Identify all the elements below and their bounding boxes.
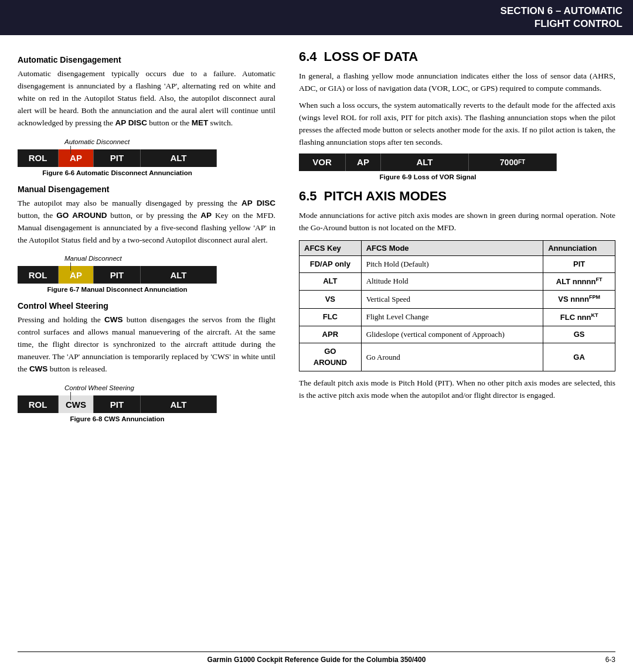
section-header: SECTION 6 – AUTOMATIC FLIGHT CONTROL <box>0 0 633 35</box>
figure7-container: Manual Disconnect ROL AP PIT ALT Figure … <box>18 253 275 293</box>
loss-of-data-para2: When such a loss occurs, the system auto… <box>299 100 615 149</box>
figure6-label: Automatic Disconnect <box>64 138 130 145</box>
section-6-5-number: 6.5 <box>299 189 317 204</box>
fig6-alt-cell: ALT <box>141 149 217 167</box>
auto-disengagement-heading: Automatic Disengagement <box>18 55 275 64</box>
cell-annunciation: PIT <box>543 255 615 272</box>
table-row: ALTAltitude HoldALT nnnnnFT <box>300 272 615 291</box>
figure6-label-wrapper: Automatic Disconnect <box>18 137 275 149</box>
figure7-label-line <box>70 262 71 271</box>
section-6-4-heading: LOSS OF DATA <box>324 49 418 64</box>
cell-afcs-key: APR <box>300 326 362 343</box>
figure6-label-line <box>70 146 71 154</box>
footer-text: Garmin G1000 Cockpit Reference Guide for… <box>207 656 426 664</box>
auto-disengagement-para1: Automatic disengagement typically occurs… <box>18 68 275 129</box>
figure7-caption: Figure 6-7 Manual Disconnect Annunciatio… <box>18 286 217 293</box>
cell-afcs-mode: Altitude Hold <box>361 272 543 291</box>
fig6-rol-cell: ROL <box>18 149 59 167</box>
cell-annunciation: VS nnnnFPM <box>543 291 615 309</box>
vor-alt-cell: ALT <box>381 153 469 171</box>
cws-heading: Control Wheel Steering <box>18 301 275 311</box>
loss-of-data-para1: In general, a flashing yellow mode annun… <box>299 70 615 95</box>
table-row: FD/AP onlyPitch Hold (Default)PIT <box>300 255 615 272</box>
table-header-row: AFCS Key AFCS Mode Annunciation <box>300 240 615 255</box>
cell-annunciation: GS <box>543 326 615 343</box>
table-row: FLCFlight Level ChangeFLC nnnKT <box>300 308 615 326</box>
figure8-caption: Figure 6-8 CWS Annunciation <box>18 415 217 422</box>
cell-afcs-mode: Pitch Hold (Default) <box>361 255 543 272</box>
right-column: 6.4 LOSS OF DATA In general, a flashing … <box>287 47 633 428</box>
fig8-pit-cell: PIT <box>94 395 141 413</box>
col-afcs-key: AFCS Key <box>300 240 362 255</box>
table-row: GOAROUNDGo AroundGA <box>300 343 615 371</box>
left-column: Automatic Disengagement Automatic diseng… <box>0 47 287 428</box>
vor-cell: VOR <box>299 153 346 171</box>
cws-para1: Pressing and holding the CWS button dise… <box>18 314 275 376</box>
fig7-ap-cell: AP <box>59 266 94 284</box>
figure7-label-wrapper: Manual Disconnect <box>18 253 275 266</box>
manual-disengagement-para1: The autopilot may also be manually disen… <box>18 197 275 247</box>
page-number: 6-3 <box>605 656 615 664</box>
table-row: APRGlideslope (vertical component of App… <box>300 326 615 343</box>
col-annunciation: Annunciation <box>543 240 615 255</box>
cell-afcs-mode: Vertical Speed <box>361 291 543 309</box>
cell-afcs-key: VS <box>300 291 362 309</box>
header-line2: FLIGHT CONTROL <box>501 18 622 30</box>
figure7-label: Manual Disconnect <box>64 255 122 262</box>
footer: Garmin G1000 Cockpit Reference Guide for… <box>18 651 615 664</box>
cell-afcs-key: FLC <box>300 308 362 326</box>
vor-7000-cell: 7000FT <box>469 153 557 171</box>
loss-of-data-title-row: 6.4 LOSS OF DATA <box>299 47 615 67</box>
section-6-4-number: 6.4 <box>299 49 317 64</box>
vor-ap-cell: AP <box>346 153 381 171</box>
manual-disengagement-heading: Manual Disengagement <box>18 185 275 194</box>
figure7-bar: ROL AP PIT ALT <box>18 266 217 284</box>
figure6-caption: Figure 6-6 Automatic Disconnect Annuncia… <box>18 169 217 176</box>
table-row: VSVertical SpeedVS nnnnFPM <box>300 291 615 309</box>
header-line1: SECTION 6 – AUTOMATIC <box>501 5 622 18</box>
figure8-label-line <box>70 392 71 400</box>
figure8-container: Control Wheel Steering ROL CWS PIT ALT F… <box>18 383 275 422</box>
fig6-pit-cell: PIT <box>94 149 141 167</box>
figure6-container: Automatic Disconnect ROL AP PIT ALT Figu… <box>18 137 275 176</box>
figure9-vor-bar: VOR AP ALT 7000FT <box>299 153 557 171</box>
pitch-axis-para2: The default pitch axis mode is Pitch Hol… <box>299 377 615 402</box>
figure6-bar: ROL AP PIT ALT <box>18 149 217 167</box>
fig8-rol-cell: ROL <box>18 395 59 413</box>
fig8-cws-cell: CWS <box>59 395 94 413</box>
cell-annunciation: FLC nnnKT <box>543 308 615 326</box>
pitch-axis-para1: Mode annunciations for active pitch axis… <box>299 210 615 234</box>
col-afcs-mode: AFCS Mode <box>361 240 543 255</box>
cell-afcs-mode: Flight Level Change <box>361 308 543 326</box>
figure8-bar: ROL CWS PIT ALT <box>18 395 217 413</box>
cell-annunciation: GA <box>543 343 615 371</box>
figure8-label: Control Wheel Steering <box>64 384 134 391</box>
fig7-alt-cell: ALT <box>141 266 217 284</box>
cell-afcs-mode: Glideslope (vertical component of Approa… <box>361 326 543 343</box>
fig8-alt-cell: ALT <box>141 395 217 413</box>
afcs-table: AFCS Key AFCS Mode Annunciation FD/AP on… <box>299 240 615 371</box>
fig6-ap-cell: AP <box>59 149 94 167</box>
fig7-pit-cell: PIT <box>94 266 141 284</box>
figure8-label-wrapper: Control Wheel Steering <box>18 383 275 395</box>
cell-afcs-key: GOAROUND <box>300 343 362 371</box>
fig7-rol-cell: ROL <box>18 266 59 284</box>
cell-afcs-mode: Go Around <box>361 343 543 371</box>
cell-afcs-key: ALT <box>300 272 362 291</box>
figure9-caption: Figure 6-9 Loss of VOR Signal <box>299 173 557 180</box>
cell-annunciation: ALT nnnnnFT <box>543 272 615 291</box>
section-6-5-heading: PITCH AXIS MODES <box>324 189 447 204</box>
ft-superscript: FT <box>518 159 525 165</box>
pitch-axis-title-row: 6.5 PITCH AXIS MODES <box>299 186 615 206</box>
cell-afcs-key: FD/AP only <box>300 255 362 272</box>
